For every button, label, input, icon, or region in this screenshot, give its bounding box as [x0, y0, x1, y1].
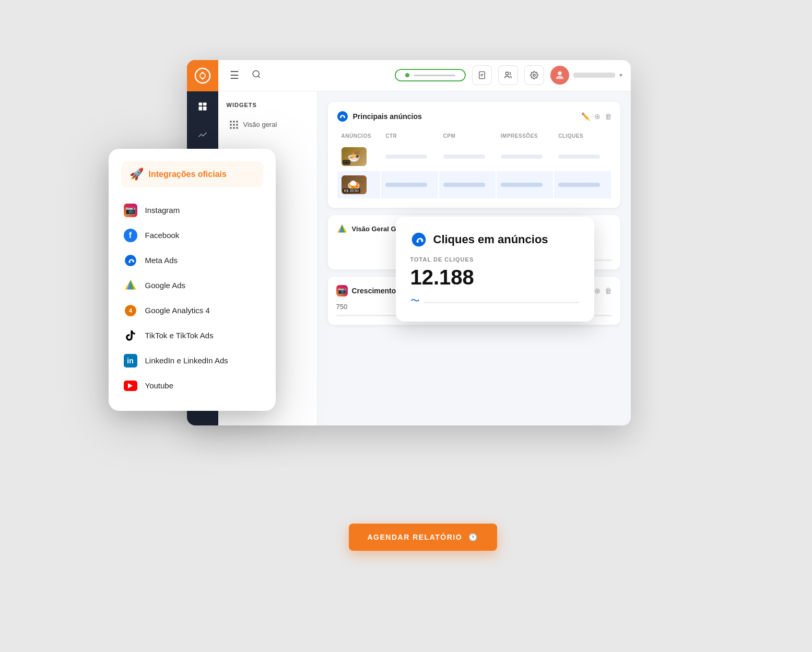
integration-item-instagram[interactable]: 📷 Instagram [121, 198, 263, 223]
svg-rect-4 [198, 106, 202, 111]
ga4-name: Google Analytics 4 [145, 306, 210, 315]
search-icon[interactable] [249, 66, 264, 85]
ctr-bar-1 [385, 155, 427, 159]
svg-point-10 [505, 72, 508, 75]
cliques-card: Cliques em anúncios TOTAL DE CLIQUES 12.… [396, 217, 594, 322]
cpm-bar-1 [443, 155, 485, 159]
ad-thumbnail-1: 🍜 📱 [342, 147, 367, 166]
impressoes-bar-1 [501, 155, 543, 159]
ads-table: Anúncios CTR CPM IMPRESSÕES CLIQUES 🍜 [336, 129, 612, 199]
col-anuncios: Anúncios [337, 130, 381, 142]
widget-actions: ✏️ ⊕ 🗑 [581, 112, 612, 121]
meta-icon [336, 110, 349, 123]
col-cliques: CLIQUES [554, 130, 610, 142]
delete-icon-cres[interactable]: 🗑 [605, 287, 612, 295]
active-line [414, 75, 455, 76]
ad-thumbnail-2: 🍛 R$ 39,90 [342, 175, 367, 194]
schedule-report-button[interactable]: AGENDAR RELATÓRIO 🕐 [349, 524, 497, 551]
instagram-logo: 📷 [123, 203, 138, 218]
trend-line [424, 302, 580, 303]
cliques-header: Cliques em anúncios [410, 231, 580, 248]
google-ads-name: Google Ads [145, 281, 186, 290]
sidebar-item-analytics[interactable] [187, 122, 218, 148]
rocket-icon: 🚀 [130, 168, 144, 181]
svg-rect-5 [203, 106, 206, 111]
integrations-panel: 🚀 Integrações oficiais 📷 Instagram f Fac… [109, 149, 276, 411]
col-impressoes: IMPRESSÕES [497, 130, 553, 142]
svg-rect-3 [203, 102, 206, 105]
settings-icon-button[interactable] [524, 65, 544, 85]
table-row: 🍛 R$ 39,90 [337, 171, 611, 198]
youtube-logo [123, 378, 138, 393]
integration-item-ga4[interactable]: 4 Google Analytics 4 [121, 298, 263, 323]
col-cpm: CPM [439, 130, 496, 142]
trend-icon: 〜 [410, 294, 420, 307]
svg-point-12 [558, 72, 561, 75]
svg-point-11 [533, 74, 535, 76]
facebook-name: Facebook [145, 231, 180, 240]
integration-item-tiktok[interactable]: TikTok e TikTok Ads [121, 323, 263, 348]
integration-item-linkedin[interactable]: in LinkedIn e LinkedIn Ads [121, 348, 263, 373]
svg-text:4: 4 [128, 307, 132, 314]
dropdown-icon: ▾ [619, 72, 622, 79]
ga4-logo: 4 [123, 303, 138, 318]
cliques-trend: 〜 [410, 294, 580, 307]
cliques-bar-1 [558, 155, 600, 159]
widget-title-anuncios: Principais anúncios [353, 112, 422, 121]
avatar [550, 66, 569, 85]
edit-icon[interactable]: ✏️ [581, 112, 590, 121]
youtube-name: Youtube [145, 381, 174, 390]
integrations-header: 🚀 Integrações oficiais [121, 161, 263, 187]
svg-point-6 [253, 70, 259, 77]
document-icon-button[interactable] [472, 65, 492, 85]
table-row: 🍜 📱 [337, 143, 611, 170]
svg-rect-2 [198, 102, 202, 105]
cpm-bar-2 [443, 183, 485, 187]
grid-dots-icon [230, 121, 238, 129]
instagram-name: Instagram [145, 206, 180, 215]
move-icon[interactable]: ⊕ [594, 112, 601, 121]
schedule-label: AGENDAR RELATÓRIO [368, 533, 463, 541]
move-icon-cres[interactable]: ⊕ [594, 287, 601, 295]
integration-item-facebook[interactable]: f Facebook [121, 223, 263, 248]
ctr-bar-2 [385, 183, 427, 187]
app-logo[interactable] [187, 60, 218, 91]
active-dot [405, 73, 409, 77]
username-bar [573, 73, 615, 78]
google-ads-icon [336, 223, 348, 235]
users-icon-button[interactable] [498, 65, 518, 85]
menu-icon[interactable]: ☰ [227, 66, 242, 85]
col-ctr: CTR [381, 130, 438, 142]
clock-icon: 🕐 [468, 533, 478, 541]
cliques-total-value: 12.188 [410, 266, 580, 289]
impressoes-bar-2 [501, 183, 543, 187]
cliques-total-label: TOTAL DE CLIQUES [410, 256, 580, 263]
delete-icon[interactable]: 🗑 [605, 112, 612, 121]
instagram-icon-crescimento: 📷 [336, 285, 348, 297]
visao-geral-label: Visão geral [243, 121, 277, 128]
widget-title-row: Principais anúncios [336, 110, 422, 123]
visao-geral-item[interactable]: Visão geral [227, 116, 309, 133]
widget-principais-anuncios: Principais anúncios ✏️ ⊕ 🗑 Anúncios CTR … [328, 102, 620, 208]
widgets-title: WIDGETS [227, 102, 309, 108]
topbar: ☰ [218, 60, 631, 91]
cliques-title: Cliques em anúncios [433, 233, 548, 246]
linkedin-name: LinkedIn e LinkedIn Ads [145, 356, 228, 365]
linkedin-logo: in [123, 353, 138, 368]
facebook-logo: f [123, 228, 138, 243]
integration-item-youtube[interactable]: Youtube [121, 373, 263, 398]
tiktok-name: TikTok e TikTok Ads [145, 331, 214, 340]
meta-icon-cliques [410, 231, 427, 248]
integrations-title: Integrações oficiais [149, 170, 227, 179]
cliques-bar-2 [558, 183, 600, 187]
google-ads-logo [123, 278, 138, 293]
integration-item-meta-ads[interactable]: Meta Ads [121, 248, 263, 273]
user-profile[interactable]: ▾ [550, 66, 622, 85]
svg-rect-7 [479, 72, 485, 78]
widget-header-anuncios: Principais anúncios ✏️ ⊕ 🗑 [336, 110, 612, 123]
active-filter-button[interactable] [395, 69, 466, 81]
sidebar-item-dashboard[interactable] [187, 93, 218, 120]
meta-ads-logo [123, 253, 138, 268]
tiktok-logo [123, 328, 138, 343]
integration-item-google-ads[interactable]: Google Ads [121, 273, 263, 298]
